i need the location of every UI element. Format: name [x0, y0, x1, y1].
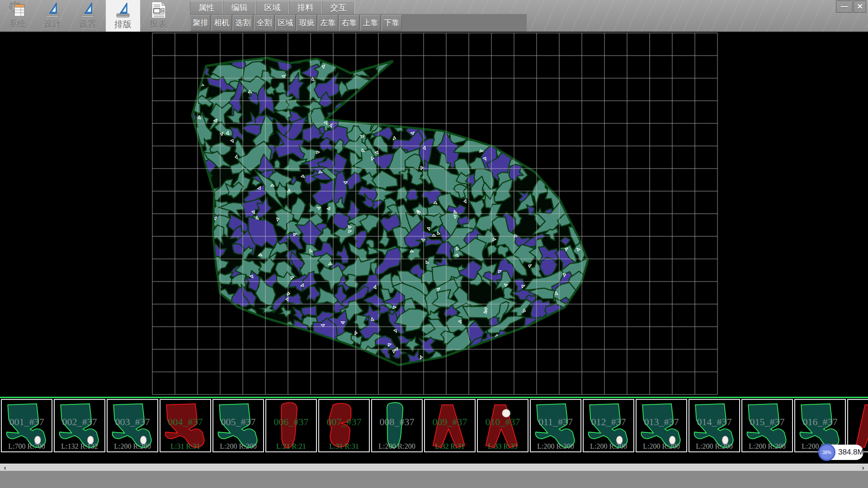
piece-lr-count: L:200 R:200 — [108, 442, 157, 450]
piece-lr-count: L:32 R:31 — [425, 442, 475, 450]
piece-tile-6[interactable]: 006_#37L:21 R:21 — [265, 399, 317, 452]
piece-tile-5[interactable]: 005_#37L:200 R:200 — [212, 399, 264, 452]
piece-id-label: 001_#37 — [2, 416, 52, 428]
scroll-right-icon[interactable]: › — [859, 464, 867, 471]
piece-id-label: 008_#37 — [372, 416, 422, 428]
pieces-strip: 001_#37L:700 R:700002_#37L:132 R:132003_… — [0, 399, 868, 453]
close-button[interactable]: ✕ — [854, 0, 866, 13]
tool-button-1[interactable]: 聚排 — [190, 15, 211, 31]
app-tab-4[interactable]: 排版 — [106, 0, 140, 32]
piece-tile-10[interactable]: 010_#37L:33 R:33 — [477, 399, 528, 452]
piece-lr-count: L:700 R:700 — [2, 442, 52, 450]
menu-tab-1[interactable]: 属性 — [190, 1, 223, 14]
piece-id-label: 005_#37 — [213, 416, 263, 428]
piece-lr-count: L:200 R:200 — [689, 442, 739, 450]
piece-id-label: 006_#37 — [266, 416, 316, 428]
app-tab-3[interactable]: 设置 — [71, 0, 105, 32]
ruler-icon — [79, 1, 97, 19]
app-tab-label: 排版 — [114, 19, 132, 30]
menu-tab-5[interactable]: 交互 — [322, 1, 355, 14]
menu-tab-2[interactable]: 编辑 — [223, 1, 256, 14]
piece-lr-count: L:200 R:200 — [213, 442, 263, 450]
piece-tile-11[interactable]: 011_#37L:200 R:200 — [530, 399, 581, 452]
piece-id-label: 015_#37 — [742, 416, 792, 428]
piece-id-label: 003_#37 — [108, 416, 157, 428]
piece-id-label: 014_#37 — [689, 416, 739, 428]
piece-id-label: 004_#37 — [160, 416, 210, 428]
scroll-left-icon[interactable]: ‹ — [1, 464, 9, 471]
window-controls: — ✕ — [835, 0, 866, 13]
titlebar: 系统设计设置排版报表 属性编辑区域排料交互 聚排相机选割全割区域瑕疵左靠右靠上靠… — [0, 0, 868, 33]
memory-status-badge: 38% 384.8M — [818, 445, 863, 460]
piece-id-label: 002_#37 — [55, 416, 104, 428]
tool-button-8[interactable]: 右靠 — [339, 15, 359, 31]
piece-id-label: 012_#37 — [584, 416, 633, 428]
piece-id-label: 007_#37 — [319, 416, 369, 428]
app-tab-label: 设计 — [44, 19, 61, 30]
memory-value: 384.8M — [838, 445, 864, 460]
system-gear-icon — [8, 1, 26, 19]
app-tab-label: 设置 — [79, 19, 96, 30]
piece-lr-count: L:31 R:31 — [160, 442, 210, 450]
piece-id-label: 011_#37 — [531, 416, 580, 428]
minimize-button[interactable]: — — [836, 0, 853, 13]
piece-tile-8[interactable]: 008_#37L:200 R:200 — [371, 399, 423, 452]
app-tab-1[interactable]: 系统 — [0, 0, 34, 32]
piece-lr-count: L:21 R:21 — [266, 442, 316, 450]
tool-button-9[interactable]: 上靠 — [360, 15, 381, 31]
piece-tile-7[interactable]: 007_#37L:31 R:31 — [318, 399, 370, 452]
piece-id-label: 009_#37 — [425, 416, 475, 428]
piece-lr-count: L:200 R:200 — [742, 442, 792, 450]
piece-id-label: 010_#37 — [478, 416, 528, 428]
menu-tab-3[interactable]: 区域 — [256, 1, 289, 14]
piece-tile-14[interactable]: 014_#37L:200 R:200 — [689, 399, 740, 452]
piece-tile-15[interactable]: 015_#37L:200 R:200 — [741, 399, 793, 452]
ruler-icon — [43, 1, 61, 19]
app-tab-2[interactable]: 设计 — [35, 0, 70, 32]
toolbar: 聚排相机选割全割区域瑕疵左靠右靠上靠下靠 — [190, 14, 527, 32]
tool-button-6[interactable]: 瑕疵 — [297, 15, 317, 31]
piece-lr-count: L:200 R:200 — [637, 442, 686, 450]
strip-bottom-gap — [0, 453, 868, 464]
piece-tile-2[interactable]: 002_#37L:132 R:132 — [54, 399, 105, 452]
piece-tile-1[interactable]: 001_#37L:700 R:700 — [1, 399, 52, 452]
tool-button-5[interactable]: 区域 — [275, 15, 296, 31]
tool-button-7[interactable]: 左靠 — [318, 15, 338, 31]
piece-tile-13[interactable]: 013_#37L:200 R:200 — [636, 399, 687, 452]
piece-tile-3[interactable]: 003_#37L:200 R:200 — [107, 399, 158, 452]
piece-tile-4[interactable]: 004_#37L:31 R:31 — [160, 399, 211, 452]
status-bar — [0, 471, 868, 488]
strip-separator — [0, 397, 868, 398]
piece-id-label: 013_#37 — [637, 416, 686, 428]
piece-lr-count: L:33 R:33 — [478, 442, 528, 450]
report-icon — [149, 1, 167, 19]
horizontal-scrollbar[interactable]: ‹ › — [0, 464, 868, 471]
tool-button-10[interactable]: 下靠 — [382, 15, 402, 31]
app-tab-label: 系统 — [9, 19, 26, 30]
piece-tile-9[interactable]: 009_#37L:32 R:31 — [424, 399, 476, 452]
tool-button-3[interactable]: 选割 — [233, 15, 253, 31]
tool-button-4[interactable]: 全割 — [254, 15, 274, 31]
nesting-canvas[interactable] — [0, 33, 868, 397]
app-mode-tabs: 系统设计设置排版报表 — [0, 0, 176, 32]
piece-tile-12[interactable]: 012_#37L:200 R:200 — [583, 399, 634, 452]
piece-id-label: 016_#37 — [795, 416, 845, 428]
menu-bar: 属性编辑区域排料交互 — [190, 1, 355, 14]
app-tab-5[interactable]: 报表 — [141, 0, 175, 32]
piece-lr-count: L:200 R:200 — [372, 442, 422, 450]
menu-tab-4[interactable]: 排料 — [289, 1, 322, 14]
ruler-icon — [114, 1, 132, 19]
piece-lr-count: L:200 R:200 — [531, 442, 580, 450]
piece-lr-count: L:200 R:200 — [584, 442, 633, 450]
piece-lr-count: L:31 R:31 — [319, 442, 369, 450]
progress-circle: 38% — [818, 444, 835, 461]
piece-lr-count: L:132 R:132 — [55, 442, 104, 450]
app-tab-label: 报表 — [150, 19, 167, 30]
tool-button-2[interactable]: 相机 — [212, 15, 232, 31]
